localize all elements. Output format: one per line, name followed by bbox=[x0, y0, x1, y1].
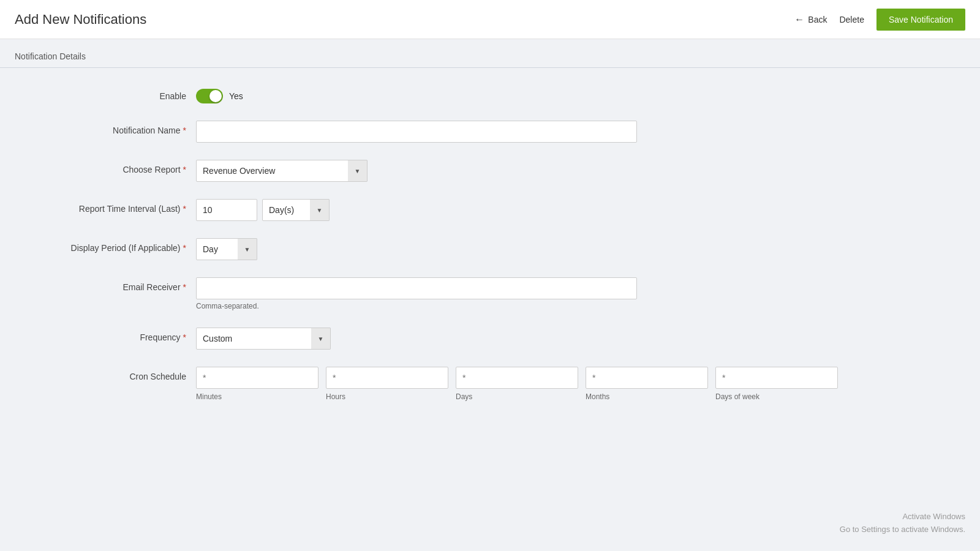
enable-toggle[interactable] bbox=[196, 89, 223, 103]
frequency-select-wrapper: Custom Daily Weekly Monthly ▼ bbox=[196, 328, 331, 350]
toggle-knob bbox=[209, 90, 222, 102]
cron-schedule-row: Cron Schedule Minutes Hours Days Mont bbox=[24, 367, 956, 401]
enable-row: Enable Yes bbox=[24, 86, 956, 103]
choose-report-row: Choose Report* Revenue Overview Sales Re… bbox=[24, 160, 956, 182]
windows-watermark: Activate Windows Go to Settings to activ… bbox=[840, 511, 965, 536]
cron-minutes-wrapper: Minutes bbox=[196, 367, 318, 401]
frequency-label: Frequency* bbox=[24, 328, 196, 342]
cron-group: Minutes Hours Days Months Days of week bbox=[196, 367, 637, 401]
choose-report-label: Choose Report* bbox=[24, 160, 196, 174]
cron-months-wrapper: Months bbox=[586, 367, 708, 401]
toggle-wrapper: Yes bbox=[196, 86, 637, 103]
cron-months-input[interactable] bbox=[586, 367, 708, 389]
page-title: Add New Notifications bbox=[15, 12, 146, 28]
form-container: Enable Yes Notification Name* Choose Rep… bbox=[0, 68, 980, 437]
report-time-interval-label: Report Time Interval (Last)* bbox=[24, 199, 196, 214]
page-header: Add New Notifications ← Back Delete Save… bbox=[0, 0, 980, 39]
cron-minutes-input[interactable] bbox=[196, 367, 318, 389]
cron-months-label: Months bbox=[586, 392, 708, 401]
cron-schedule-label: Cron Schedule bbox=[24, 367, 196, 381]
cron-days-input[interactable] bbox=[456, 367, 578, 389]
email-receiver-control: Comma-separated. bbox=[196, 277, 637, 310]
section-title: Notification Details bbox=[15, 51, 86, 61]
display-period-select-wrapper: Day Week Month ▼ bbox=[196, 238, 257, 260]
required-star: * bbox=[183, 126, 186, 135]
delete-button[interactable]: Delete bbox=[839, 15, 864, 24]
cron-days-label: Days bbox=[456, 392, 578, 401]
required-star: * bbox=[183, 282, 186, 292]
display-period-select[interactable]: Day Week Month bbox=[196, 238, 257, 260]
cron-days-of-week-input[interactable] bbox=[715, 367, 838, 389]
cron-days-wrapper: Days bbox=[456, 367, 578, 401]
cron-minutes-label: Minutes bbox=[196, 392, 318, 401]
windows-watermark-line1: Activate Windows bbox=[840, 511, 965, 523]
save-button[interactable]: Save Notification bbox=[876, 9, 965, 31]
email-receiver-input[interactable] bbox=[196, 277, 637, 299]
display-period-label: Display Period (If Applicable)* bbox=[24, 238, 196, 253]
required-star: * bbox=[183, 165, 186, 174]
back-button[interactable]: ← Back bbox=[794, 14, 827, 25]
section-header: Notification Details bbox=[0, 39, 980, 68]
display-period-control: Day Week Month ▼ bbox=[196, 238, 637, 260]
report-time-interval-control: Day(s) Week(s) Month(s) ▼ bbox=[196, 199, 637, 221]
required-star: * bbox=[183, 204, 186, 214]
back-arrow-icon: ← bbox=[794, 14, 804, 25]
notification-name-label: Notification Name* bbox=[24, 121, 196, 135]
interval-unit-select[interactable]: Day(s) Week(s) Month(s) bbox=[262, 199, 330, 221]
interval-number-input[interactable] bbox=[196, 199, 257, 221]
email-receiver-row: Email Receiver* Comma-separated. bbox=[24, 277, 956, 310]
notification-name-control bbox=[196, 121, 637, 143]
email-receiver-label: Email Receiver* bbox=[24, 277, 196, 292]
toggle-value-label: Yes bbox=[229, 91, 243, 101]
choose-report-select-wrapper: Revenue Overview Sales Report Traffic Re… bbox=[196, 160, 368, 182]
interval-unit-wrapper: Day(s) Week(s) Month(s) ▼ bbox=[262, 199, 330, 221]
cron-hours-input[interactable] bbox=[326, 367, 448, 389]
cron-hours-label: Hours bbox=[326, 392, 448, 401]
header-actions: ← Back Delete Save Notification bbox=[794, 9, 965, 31]
report-time-interval-row: Report Time Interval (Last)* Day(s) Week… bbox=[24, 199, 956, 221]
display-period-row: Display Period (If Applicable)* Day Week… bbox=[24, 238, 956, 260]
cron-days-of-week-wrapper: Days of week bbox=[715, 367, 838, 401]
notification-name-row: Notification Name* bbox=[24, 121, 956, 143]
choose-report-select[interactable]: Revenue Overview Sales Report Traffic Re… bbox=[196, 160, 368, 182]
frequency-control: Custom Daily Weekly Monthly ▼ bbox=[196, 328, 637, 350]
interval-group: Day(s) Week(s) Month(s) ▼ bbox=[196, 199, 637, 221]
required-star: * bbox=[183, 332, 186, 342]
email-receiver-hint: Comma-separated. bbox=[196, 302, 637, 310]
cron-hours-wrapper: Hours bbox=[326, 367, 448, 401]
enable-label: Enable bbox=[24, 86, 196, 101]
notification-name-input[interactable] bbox=[196, 121, 637, 143]
cron-days-of-week-label: Days of week bbox=[715, 392, 838, 401]
frequency-row: Frequency* Custom Daily Weekly Monthly ▼ bbox=[24, 328, 956, 350]
cron-schedule-control: Minutes Hours Days Months Days of week bbox=[196, 367, 637, 401]
windows-watermark-line2: Go to Settings to activate Windows. bbox=[840, 523, 965, 536]
choose-report-control: Revenue Overview Sales Report Traffic Re… bbox=[196, 160, 637, 182]
required-star: * bbox=[183, 243, 186, 253]
enable-control: Yes bbox=[196, 86, 637, 103]
back-label: Back bbox=[808, 15, 827, 24]
frequency-select[interactable]: Custom Daily Weekly Monthly bbox=[196, 328, 331, 350]
